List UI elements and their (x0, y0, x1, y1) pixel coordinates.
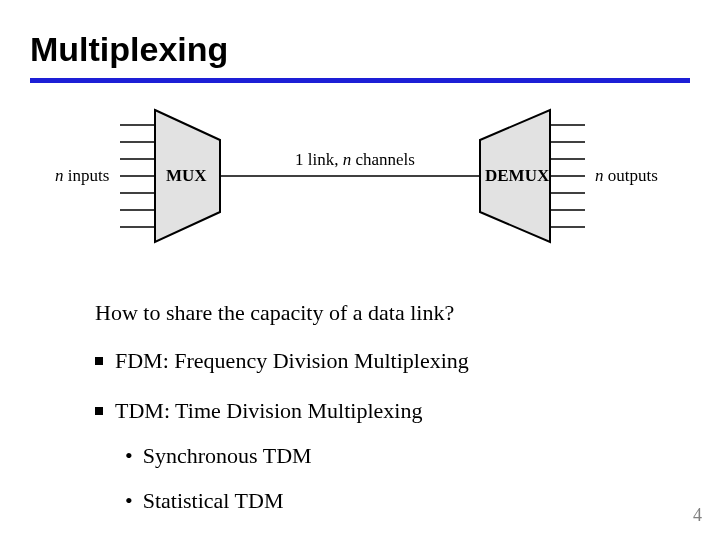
demux-label: DEMUX (485, 166, 550, 185)
bullet-icon (95, 407, 103, 415)
slide-title: Multiplexing (30, 30, 228, 69)
bullet-icon (95, 357, 103, 365)
mux-demux-diagram: n inputs MUX 1 link, n channels DEMUX n … (50, 105, 670, 270)
mux-label: MUX (166, 166, 207, 185)
slide: Multiplexing n inputs MUX 1 link, n chan… (0, 0, 720, 540)
bullet-text: FDM: Frequency Division Multiplexing (115, 348, 469, 373)
title-underline (30, 78, 690, 83)
bullet-fdm: FDM: Frequency Division Multiplexing (95, 348, 469, 374)
bullet-tdm: TDM: Time Division Multiplexing (95, 398, 422, 424)
bullet-text: TDM: Time Division Multiplexing (115, 398, 422, 423)
subbullet-text: Statistical TDM (143, 488, 284, 513)
bullet-dot-icon: • (125, 488, 133, 514)
subbullet-text: Synchronous TDM (143, 443, 312, 468)
n-outputs-label: n outputs (595, 166, 658, 185)
n-inputs-label: n inputs (55, 166, 109, 185)
bullet-dot-icon: • (125, 443, 133, 469)
question-text: How to share the capacity of a data link… (95, 300, 454, 326)
page-number: 4 (693, 505, 702, 526)
input-lines (120, 125, 155, 227)
subbullet-sync-tdm: •Synchronous TDM (125, 443, 312, 469)
subbullet-stat-tdm: •Statistical TDM (125, 488, 283, 514)
link-label: 1 link, n channels (295, 150, 415, 169)
output-lines (550, 125, 585, 227)
